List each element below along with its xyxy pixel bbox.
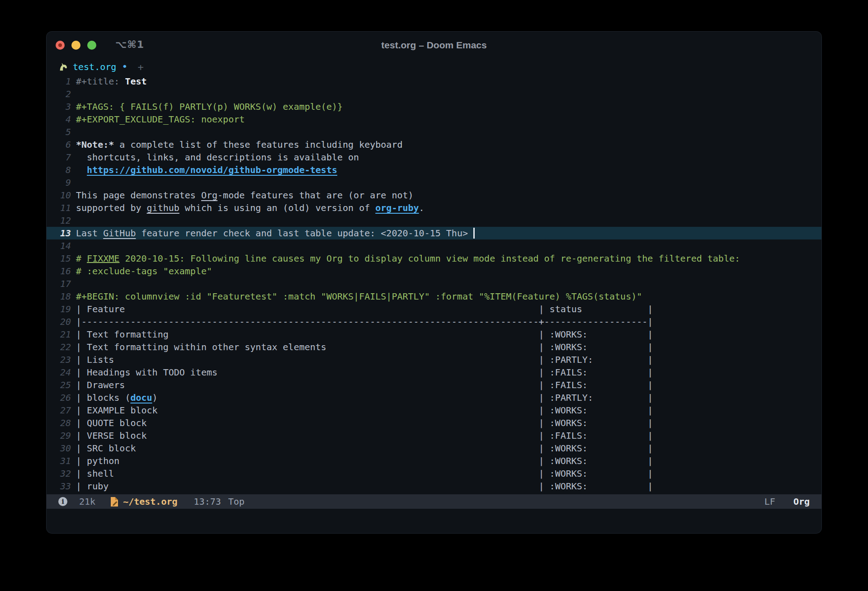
modified-file-icon bbox=[110, 497, 119, 507]
line-number: 17 bbox=[47, 277, 71, 290]
line-number: 2 bbox=[47, 88, 71, 100]
editor-line[interactable]: 15# FIXXME 2020-10-15: Following line ca… bbox=[47, 252, 821, 265]
line-number: 14 bbox=[47, 239, 71, 252]
line-number: 9 bbox=[47, 176, 71, 189]
line-number: 1 bbox=[47, 75, 71, 88]
window-title: test.org – Doom Emacs bbox=[47, 40, 821, 51]
editor-lines: 1#+title: Test23#+TAGS: { FAILS(f) PARTL… bbox=[47, 75, 821, 492]
editor-line[interactable]: 3#+TAGS: { FAILS(f) PARTLY(p) WORKS(w) e… bbox=[47, 100, 821, 113]
editor-line[interactable]: 11supported by github which is using an … bbox=[47, 202, 821, 214]
tab-test-org[interactable]: test.org • bbox=[58, 61, 128, 72]
major-mode-indicator: Org bbox=[793, 496, 810, 507]
line-number: 30 bbox=[47, 442, 71, 455]
buffer-info-icon: i bbox=[58, 497, 67, 506]
line-number: 23 bbox=[47, 353, 71, 366]
editor-line[interactable]: 23| Lists | :PARTLY: | bbox=[47, 353, 821, 366]
line-number: 7 bbox=[47, 151, 71, 164]
scroll-position: Top bbox=[228, 496, 245, 507]
line-number: 6 bbox=[47, 138, 71, 151]
line-number: 31 bbox=[47, 455, 71, 467]
line-number: 33 bbox=[47, 480, 71, 492]
line-number: 32 bbox=[47, 467, 71, 480]
editor-line[interactable]: 22| Text formatting within other syntax … bbox=[47, 341, 821, 353]
editor-line[interactable]: 32| shell | :WORKS: | bbox=[47, 467, 821, 480]
line-number: 5 bbox=[47, 126, 71, 138]
editor-buffer[interactable]: 1#+title: Test23#+TAGS: { FAILS(f) PARTL… bbox=[47, 75, 821, 492]
editor-line[interactable]: 14 bbox=[47, 239, 821, 252]
editor-line[interactable]: 24| Headings with TODO items | :FAILS: | bbox=[47, 366, 821, 379]
editor-line[interactable]: 30| SRC block | :WORKS: | bbox=[47, 442, 821, 455]
editor-line[interactable]: 31| python | :WORKS: | bbox=[47, 455, 821, 467]
line-number: 22 bbox=[47, 341, 71, 353]
editor-line[interactable]: 12 bbox=[47, 214, 821, 227]
line-number: 3 bbox=[47, 100, 71, 113]
editor-line[interactable]: 8 https://github.com/novoid/github-orgmo… bbox=[47, 164, 821, 176]
editor-line[interactable]: 21| Text formatting | :WORKS: | bbox=[47, 328, 821, 341]
line-number: 19 bbox=[47, 303, 71, 315]
editor-line[interactable]: 10This page demonstrates Org-mode featur… bbox=[47, 189, 821, 202]
cursor-position: 13:73 bbox=[194, 496, 221, 507]
line-number: 15 bbox=[47, 252, 71, 265]
editor-line[interactable]: 29| VERSE block | :FAILS: | bbox=[47, 429, 821, 442]
editor-line[interactable]: 25| Drawers | :FAILS: | bbox=[47, 379, 821, 391]
editor-line[interactable]: 26| blocks (docu) | :PARTLY: | bbox=[47, 391, 821, 404]
line-number: 26 bbox=[47, 391, 71, 404]
titlebar: ⌥⌘1 test.org – Doom Emacs bbox=[47, 32, 821, 60]
editor-line[interactable]: 6*Note:* a complete list of these featur… bbox=[47, 138, 821, 151]
line-number: 28 bbox=[47, 417, 71, 429]
line-number: 8 bbox=[47, 164, 71, 176]
emacs-window: ⌥⌘1 test.org – Doom Emacs test.org • + 1… bbox=[47, 32, 821, 533]
modeline: i 21k ~/test.org 13:73 Top LF Org bbox=[47, 494, 821, 509]
editor-line[interactable]: 33| ruby | :WORKS: | bbox=[47, 480, 821, 492]
buffer-file-path: ~/test.org bbox=[123, 496, 177, 507]
editor-line[interactable]: 1#+title: Test bbox=[47, 75, 821, 88]
modeline-left: i 21k ~/test.org 13:73 Top bbox=[58, 496, 245, 507]
modeline-right: LF Org bbox=[764, 496, 810, 507]
line-number: 24 bbox=[47, 366, 71, 379]
line-number: 27 bbox=[47, 404, 71, 417]
line-number: 21 bbox=[47, 328, 71, 341]
editor-line[interactable]: 5 bbox=[47, 126, 821, 138]
editor-line[interactable]: 17 bbox=[47, 277, 821, 290]
editor-line[interactable]: 9 bbox=[47, 176, 821, 189]
line-number: 4 bbox=[47, 113, 71, 126]
line-number: 25 bbox=[47, 379, 71, 391]
text-cursor bbox=[473, 228, 475, 239]
doom-logo-icon bbox=[58, 62, 68, 72]
line-number: 12 bbox=[47, 214, 71, 227]
tab-label: test.org bbox=[73, 61, 116, 72]
editor-line[interactable]: 7 shortcuts, links, and descriptions is … bbox=[47, 151, 821, 164]
tab-bar: test.org • + bbox=[47, 60, 821, 74]
line-number: 18 bbox=[47, 290, 71, 303]
line-number: 16 bbox=[47, 265, 71, 277]
editor-line[interactable]: 27| EXAMPLE block | :WORKS: | bbox=[47, 404, 821, 417]
editor-line[interactable]: 20|-------------------------------------… bbox=[47, 315, 821, 328]
line-number: 10 bbox=[47, 189, 71, 202]
line-number: 29 bbox=[47, 429, 71, 442]
editor-line[interactable]: 28| QUOTE block | :WORKS: | bbox=[47, 417, 821, 429]
new-tab-button[interactable]: + bbox=[138, 61, 144, 73]
editor-line[interactable]: 4#+EXPORT_EXCLUDE_TAGS: noexport bbox=[47, 113, 821, 126]
line-number: 20 bbox=[47, 315, 71, 328]
editor-line[interactable]: 18#+BEGIN: columnview :id "Featuretest" … bbox=[47, 290, 821, 303]
modified-dot-icon: • bbox=[122, 62, 127, 71]
line-number: 13 bbox=[47, 227, 71, 239]
line-number: 11 bbox=[47, 202, 71, 214]
buffer-size: 21k bbox=[79, 496, 95, 507]
editor-line[interactable]: 19| Feature | status | bbox=[47, 303, 821, 315]
editor-line[interactable]: 2 bbox=[47, 88, 821, 100]
editor-line[interactable]: 13Last GitHub feature render check and l… bbox=[47, 227, 821, 239]
eol-indicator: LF bbox=[764, 496, 775, 507]
editor-line[interactable]: 16# :exclude-tags "example" bbox=[47, 265, 821, 277]
